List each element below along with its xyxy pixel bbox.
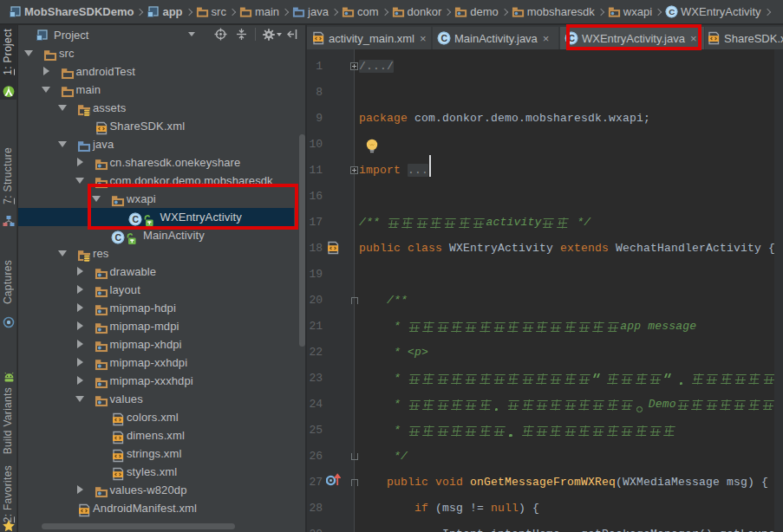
svg-text:C: C xyxy=(669,7,675,16)
svg-text:C: C xyxy=(440,33,447,43)
svg-text:C: C xyxy=(114,232,121,243)
